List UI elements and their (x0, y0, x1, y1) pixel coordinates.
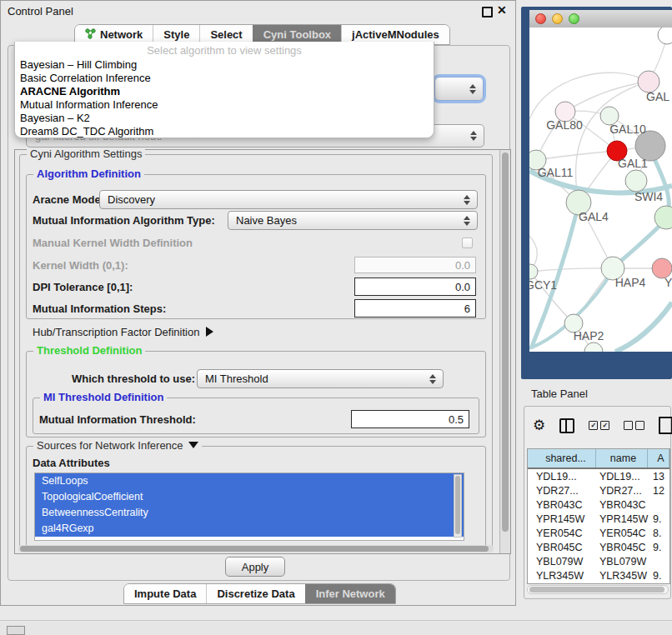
chevron-updown-icon (469, 84, 476, 94)
dropdown-item[interactable]: Mutual Information Inference (20, 98, 429, 112)
collapsed-panel-icon[interactable] (7, 626, 25, 635)
attributes-scrollbar[interactable] (454, 474, 462, 538)
dropdown-item[interactable]: Bayesian – K2 (20, 112, 429, 125)
attribute-item[interactable]: gal4RGexp (35, 521, 464, 537)
attribute-item[interactable]: BetweennessCentrality (35, 505, 464, 521)
network-node-label: Y (664, 276, 672, 289)
dpi-tolerance-field[interactable]: 0.0 (354, 278, 476, 296)
table-panel-title: Table Panel (531, 388, 588, 400)
table-row[interactable]: YBL079WYBL079W (528, 554, 669, 568)
scrollbar-thumb[interactable] (455, 476, 460, 534)
network-node[interactable] (625, 170, 647, 192)
mi-threshold-field[interactable]: 0.5 (351, 410, 469, 428)
network-canvas[interactable]: GALGAL80GAL10GAL1GAL11SWI4GAL4GCY1HAP4YH… (529, 28, 672, 352)
mi-type-combobox[interactable]: Naive Bayes (228, 211, 478, 230)
kernel-width-field[interactable]: 0.0 (354, 257, 476, 273)
network-node-label: GAL10 (609, 122, 646, 136)
table-row[interactable]: YLR345WYLR345W9. (528, 568, 669, 582)
algorithm-combobox-fragment[interactable] (434, 77, 484, 101)
gear-icon[interactable]: ⚙ (533, 418, 545, 432)
table-row[interactable]: YBR043CYBR043C (528, 498, 669, 512)
hub-section-toggle[interactable]: Hub/Transcription Factor Definition (33, 326, 213, 338)
document-icon[interactable] (659, 417, 672, 434)
network-node[interactable] (529, 264, 538, 279)
mi-steps-value: 6 (464, 302, 470, 315)
scrollbar-thumb[interactable] (20, 546, 489, 552)
collapse-arrow-icon[interactable] (188, 442, 198, 448)
network-edge[interactable] (530, 268, 613, 272)
table-cell: YER054C (596, 528, 648, 539)
table-cell: YDR27... (596, 485, 648, 497)
split-columns-icon[interactable] (559, 418, 574, 433)
close-traffic-light-icon[interactable] (535, 13, 546, 24)
table-row[interactable]: YDR27...YDR27...12 (528, 483, 669, 498)
table-cell: YBR043C (596, 499, 648, 511)
network-node-label: GAL1 (618, 157, 648, 170)
float-window-icon[interactable] (482, 7, 493, 18)
hub-section-label: Hub/Transcription Factor Definition (33, 326, 199, 338)
data-attributes-list[interactable]: SelfLoopsTopologicalCoefficientBetweenne… (34, 472, 464, 541)
network-edge[interactable] (615, 302, 672, 352)
cyni-settings-title: Cyni Algorithm Settings (27, 148, 145, 160)
network-window-titlebar[interactable] (529, 10, 672, 28)
dropdown-item[interactable]: Basic Correlation Inference (20, 72, 429, 85)
manual-kernel-checkbox[interactable] (462, 238, 473, 248)
table-cell: 12 (648, 485, 669, 497)
expand-arrow-icon[interactable] (206, 327, 213, 337)
dropdown-item[interactable]: Bayesian – Hill Climbing (20, 58, 429, 72)
dpi-tolerance-value: 0.0 (455, 281, 470, 293)
tab-impute-data[interactable]: Impute Data (124, 584, 206, 603)
network-edge[interactable] (529, 72, 649, 119)
tab-discretize-data[interactable]: Discretize Data (206, 584, 304, 603)
network-view-window: GALGAL80GAL10GAL1GAL11SWI4GAL4GCY1HAP4YH… (521, 7, 672, 379)
table-row[interactable]: YER054CYER054C8. (528, 526, 669, 540)
unchecked-pair-icon[interactable] (624, 421, 644, 430)
table-cell: YBR045C (596, 542, 648, 553)
tab-label: Infer Network (316, 588, 385, 600)
column-header[interactable]: shared... (528, 449, 596, 468)
table-row[interactable]: YPR145WYPR145W9. (528, 512, 669, 526)
table-cell: YBL079W (596, 556, 648, 568)
tab-infer-network[interactable]: Infer Network (305, 584, 395, 603)
minimize-traffic-light-icon[interactable] (552, 13, 563, 24)
table-cell: YDR27... (528, 485, 596, 497)
network-node[interactable] (658, 28, 672, 44)
close-icon[interactable]: ✕ (497, 3, 507, 17)
table-row[interactable]: YBR045CYBR045C9. (528, 540, 669, 554)
table-cell: YDL19... (596, 471, 648, 482)
which-threshold-value: MI Threshold (205, 372, 268, 385)
node-table[interactable]: shared...nameAYDL19...YDL19...13YDR27...… (527, 448, 670, 584)
network-icon (85, 28, 96, 42)
sources-title-text: Sources for Network Inference (37, 439, 183, 452)
zoom-traffic-light-icon[interactable] (569, 13, 579, 24)
column-header[interactable]: A (648, 449, 669, 468)
apply-button[interactable]: Apply (225, 557, 285, 577)
aracne-mode-combobox[interactable]: Discovery (99, 190, 478, 209)
scrollbar-thumb[interactable] (529, 587, 664, 592)
checked-pair-icon[interactable]: ✓✓ (589, 421, 609, 430)
table-cell: YBR045C (528, 542, 596, 553)
dropdown-item[interactable]: Dream8 DC_TDC Algorithm (20, 125, 429, 138)
aracne-mode-label: Aracne Mode: (33, 193, 104, 206)
attribute-item[interactable]: SelfLoops (35, 473, 464, 489)
table-header-row: shared...nameA (528, 449, 669, 469)
table-row[interactable]: YDL19...YDL19...13 (528, 469, 669, 483)
settings-vertical-scrollbar[interactable] (499, 150, 510, 553)
mi-threshold-label: Mutual Information Threshold: (39, 413, 196, 426)
dropdown-item[interactable]: ARACNE Algorithm (20, 85, 429, 98)
column-header[interactable]: name (596, 449, 648, 468)
table-cell: YLR345W (528, 570, 596, 582)
attribute-item[interactable]: TopologicalCoefficient (35, 489, 464, 505)
table-row[interactable]: YIL052CYIL052C9. (528, 582, 669, 584)
control-panel-window: Control Panel ✕ NetworkStyleSelectCyni T… (0, 0, 516, 606)
window-title: Control Panel (8, 5, 73, 18)
which-threshold-combobox[interactable]: MI Threshold (197, 369, 444, 388)
scrollbar-thumb[interactable] (502, 152, 509, 532)
network-node[interactable] (584, 342, 603, 352)
screen: Control Panel ✕ NetworkStyleSelectCyni T… (0, 0, 672, 635)
mi-steps-field[interactable]: 6 (354, 299, 476, 318)
network-node-label: GAL (646, 90, 669, 103)
settings-horizontal-scrollbar[interactable] (18, 545, 494, 552)
bottom-strip (0, 620, 672, 635)
table-horizontal-scrollbar[interactable] (527, 585, 669, 594)
